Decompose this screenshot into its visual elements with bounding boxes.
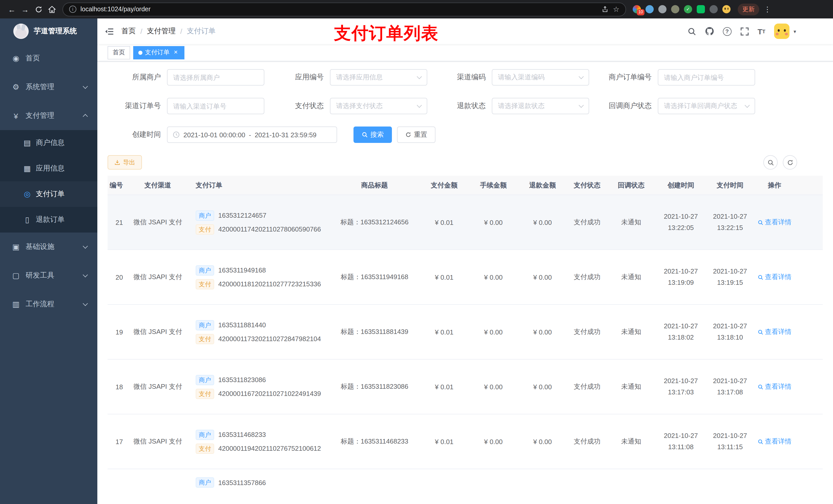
browser-update-button[interactable]: 更新 [738, 3, 759, 15]
toggle-search-icon[interactable] [763, 155, 778, 170]
filter-field-refund-status: 退款状态 请选择退款状态 [435, 98, 589, 114]
sidebar-item-payment[interactable]: ¥ 支付管理 [0, 101, 97, 130]
filter-row: 创建时间 2021-10-01 00:00:00 - 2021-10-31 23… [108, 126, 823, 143]
navbar-actions: ? TT ▾ [687, 24, 833, 39]
avatar-caret-icon[interactable]: ▾ [793, 28, 796, 34]
app-filter-select[interactable]: 请选择应用信息 [330, 69, 427, 86]
extension-icon[interactable]: 10 [633, 5, 641, 13]
reload-button[interactable] [32, 3, 45, 16]
search-button[interactable]: 搜索 [354, 126, 392, 143]
sidebar-item-label: 系统管理 [26, 82, 54, 92]
sidebar-item-workflow[interactable]: ▥ 工作流程 [0, 290, 97, 318]
pay-tag: 支付 [196, 279, 214, 289]
breadcrumb-current: 支付订单 [187, 27, 216, 36]
github-icon[interactable] [705, 27, 714, 36]
browser-menu-icon[interactable]: ⋮ [764, 5, 771, 13]
merchant-tag: 商户 [196, 430, 214, 440]
sidebar-item-system[interactable]: ⚙ 系统管理 [0, 73, 97, 101]
sidebar-menu: ◉ 首页 ⚙ 系统管理 ¥ 支付管理 ▤ 商户信息 [0, 44, 97, 318]
notify-status-select[interactable]: 请选择订单回调商户状态 [658, 98, 755, 114]
chevron-up-icon [83, 114, 88, 119]
date-separator: - [249, 131, 251, 139]
cell-title: 标题：1635311823086 [330, 382, 419, 391]
export-button[interactable]: 导出 [108, 155, 142, 170]
fullscreen-icon[interactable] [740, 27, 749, 35]
sidebar-item-merchant-info[interactable]: ▤ 商户信息 [0, 130, 97, 156]
site-info-icon[interactable]: i [69, 6, 76, 13]
tab-pay-order[interactable]: 支付订单 × [133, 46, 185, 59]
chevron-down-icon [83, 301, 88, 306]
extension-icon[interactable] [722, 5, 731, 13]
extension-icon[interactable] [671, 5, 679, 13]
cell-pay-order: 商户1635311468233 支付4200001194202110276752… [191, 426, 330, 457]
breadcrumb-home[interactable]: 首页 [121, 27, 136, 36]
cell-paid-time: 2021-10-2713:11:15 [706, 430, 754, 453]
sidebar-item-refund-order[interactable]: ▯ 退款订单 [0, 207, 97, 233]
tab-close-icon[interactable]: × [172, 49, 179, 56]
breadcrumb-separator: / [140, 27, 142, 35]
view-detail-link[interactable]: 查看详情 [758, 327, 791, 337]
sidebar-item-pay-order[interactable]: ◎ 支付订单 [0, 181, 97, 207]
cell-amount: ¥ 0.01 [419, 273, 469, 281]
chevron-down-icon [83, 243, 88, 249]
table-toolbar: 导出 [108, 155, 823, 170]
table-row-partial: 商户1635311357866 [108, 469, 823, 504]
channel-order-no-input[interactable] [167, 98, 264, 114]
sidebar-item-home[interactable]: ◉ 首页 [0, 44, 97, 73]
cell-action: 查看详情 [754, 272, 795, 282]
app-logo[interactable]: 芋道管理系统 [0, 19, 97, 44]
home-button[interactable] [45, 3, 58, 16]
extension-icon[interactable] [697, 5, 705, 13]
cell-notify: 未通知 [606, 437, 656, 446]
extension-icon[interactable]: ✓ [684, 5, 692, 13]
extension-icon[interactable] [710, 5, 718, 13]
back-button[interactable]: ← [5, 3, 19, 16]
extension-icon[interactable] [645, 5, 654, 13]
active-tab-dot-icon [138, 50, 142, 54]
pay-status-select[interactable]: 请选择支付状态 [330, 98, 427, 114]
help-icon[interactable]: ? [722, 27, 731, 35]
view-detail-link[interactable]: 查看详情 [758, 382, 791, 391]
bookmark-star-icon[interactable]: ☆ [613, 5, 619, 13]
refund-status-select[interactable]: 请选择退款状态 [492, 98, 589, 114]
url-bar[interactable]: i localhost:1024/pay/order ☆ [63, 2, 626, 16]
search-icon[interactable] [687, 27, 696, 35]
share-icon[interactable] [602, 6, 609, 13]
breadcrumb: 首页 / 支付管理 / 支付订单 [121, 27, 216, 36]
breadcrumb-pay-mgmt[interactable]: 支付管理 [147, 27, 176, 36]
select-placeholder: 请选择应用信息 [336, 73, 383, 82]
merchant-filter-input[interactable] [167, 69, 264, 86]
cell-pay-order: 商户1635311949168 支付4200001181202110277723… [191, 262, 330, 293]
col-fee: 手续金额 [469, 181, 518, 190]
sidebar-item-dev-tools[interactable]: ▢ 研发工具 [0, 261, 97, 290]
user-avatar[interactable] [774, 24, 789, 39]
extension-icon[interactable] [658, 5, 667, 13]
cell-id: 21 [108, 218, 125, 226]
filter-label: 渠道编码 [435, 73, 492, 82]
cell-notify: 未通知 [606, 327, 656, 337]
font-size-icon[interactable]: TT [757, 27, 765, 35]
channel-code-select[interactable]: 请输入渠道编码 [492, 69, 589, 86]
extension-badge: 10 [637, 9, 644, 15]
hamburger-icon[interactable] [97, 27, 121, 35]
tab-home[interactable]: 首页 [108, 46, 130, 59]
table-row: 19 微信 JSAPI 支付 商户1635311881440 支付4200001… [108, 305, 823, 360]
refresh-table-icon[interactable] [783, 155, 797, 170]
view-detail-link[interactable]: 查看详情 [758, 437, 791, 446]
reset-button[interactable]: 重置 [397, 126, 435, 143]
view-detail-link[interactable]: 查看详情 [758, 272, 791, 282]
forward-button[interactable]: → [19, 3, 32, 16]
merchant-order-no-input[interactable] [658, 69, 755, 86]
sidebar-item-app-info[interactable]: ▦ 应用信息 [0, 156, 97, 181]
filter-label: 应用编号 [272, 73, 330, 82]
date-range-picker[interactable]: 2021-10-01 00:00:00 - 2021-10-31 23:59:5… [167, 126, 337, 143]
sidebar-item-infra[interactable]: ▣ 基础设施 [0, 233, 97, 261]
pay-order-table: 编号 支付渠道 支付订单 商品标题 支付金额 手续金额 退款金额 支付状态 回调… [108, 176, 823, 504]
cell-paid-time: 2021-10-2713:22:15 [706, 211, 754, 234]
select-placeholder: 请输入渠道编码 [498, 73, 545, 82]
cell-action: 查看详情 [754, 218, 795, 227]
filter-field-merchant-order-no: 商户订单编号 [597, 69, 755, 86]
cell-pay-order: 商户1635311881440 支付4200001173202110272847… [191, 316, 330, 347]
view-detail-link[interactable]: 查看详情 [758, 218, 791, 227]
yen-icon: ¥ [11, 112, 21, 120]
